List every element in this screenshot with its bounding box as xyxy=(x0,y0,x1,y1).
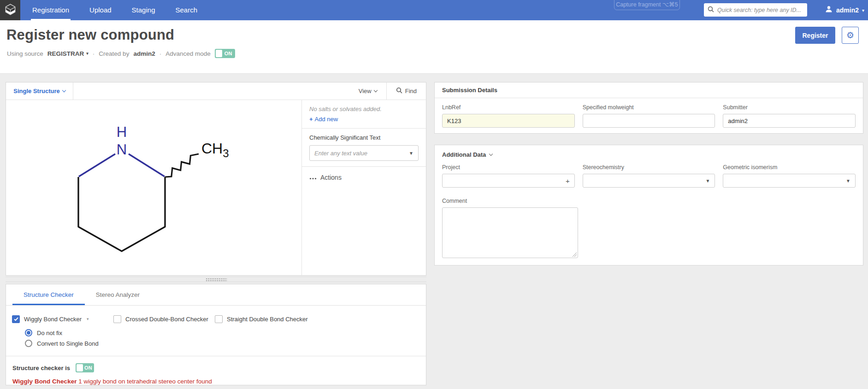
subtitle-bar: Using source REGISTRAR ▾ · Created by ad… xyxy=(7,49,235,58)
cst-input[interactable] xyxy=(314,150,409,157)
radio-unselected-icon[interactable] xyxy=(25,340,32,347)
nav-item-upload[interactable]: Upload xyxy=(88,0,113,20)
radio-dot xyxy=(27,331,30,335)
checkbox-unchecked-icon[interactable] xyxy=(215,315,223,323)
error-text: 1 wiggly bond on tetrahedral stereo cent… xyxy=(78,378,212,385)
gear-icon: ⚙ xyxy=(846,30,854,40)
search-icon xyxy=(708,6,714,14)
app-logo[interactable] xyxy=(0,0,20,20)
lnbref-input[interactable] xyxy=(442,114,575,128)
comment-block: Comment xyxy=(435,188,863,260)
atom-label-n: N xyxy=(117,141,127,158)
molecule-drawing: H N CH3 xyxy=(6,100,302,275)
salts-note: No salts or solvates added. xyxy=(309,106,419,112)
settings-button[interactable]: ⚙ xyxy=(842,27,859,44)
tab-stereo-analyzer[interactable]: Stereo Analyzer xyxy=(85,284,151,305)
field-stereochemistry: Stereochemistry ▼ xyxy=(583,164,715,188)
caret-down-icon: ▾ xyxy=(86,51,89,56)
quick-search-box xyxy=(704,3,807,17)
capture-fragment-overlay: Capture fragment ⌥⌘5 xyxy=(614,0,680,10)
add-salt-button[interactable]: + Add new xyxy=(309,116,338,123)
field-label: Submitter xyxy=(723,104,856,111)
page-header: Register new compound Using source REGIS… xyxy=(0,20,868,74)
nav-item-staging[interactable]: Staging xyxy=(130,0,157,20)
tab-structure-checker[interactable]: Structure Checker xyxy=(12,284,85,305)
toggle-state: ON xyxy=(84,363,92,372)
additional-data-panel: Additional Data Project + Stereochemistr… xyxy=(434,145,863,265)
find-button[interactable]: Find xyxy=(386,83,426,100)
submitter-input[interactable] xyxy=(723,114,856,128)
field-specified-molweight: Specified molweight xyxy=(583,104,715,128)
radio-convert-to-single-bond[interactable]: Convert to Single Bond xyxy=(25,340,426,347)
checkbox-wiggly-bond-checker[interactable]: Wiggly Bond Checker ▾ xyxy=(12,315,113,323)
nav-item-registration[interactable]: Registration xyxy=(31,0,71,20)
plus-icon: + xyxy=(309,116,313,123)
created-by-label: Created by xyxy=(99,50,129,57)
molecule-canvas[interactable]: H N CH3 xyxy=(6,100,302,275)
checkbox-straight-double-bond-checker[interactable]: Straight Double Bond Checker xyxy=(215,315,308,323)
header-spacer xyxy=(73,83,349,100)
geometric-isomerism-select[interactable]: ▼ xyxy=(723,174,856,188)
checkbox-unchecked-icon[interactable] xyxy=(113,315,121,323)
project-input[interactable]: + xyxy=(442,174,575,188)
actions-menu[interactable]: Actions xyxy=(309,172,419,181)
main-nav: Registration Upload Staging Search xyxy=(31,0,199,20)
salts-section: No salts or solvates added. + Add new xyxy=(302,100,426,128)
structure-mode-selector[interactable]: Single Structure xyxy=(6,83,73,100)
checkbox-label: Crossed Double-Bond Checker xyxy=(125,316,208,323)
search-icon xyxy=(396,87,402,95)
user-menu[interactable]: admin2 ▾ xyxy=(825,0,864,20)
add-new-label: Add new xyxy=(315,116,338,123)
nav-item-search[interactable]: Search xyxy=(174,0,199,20)
error-title: Wiggly Bond Checker xyxy=(12,378,77,385)
checkbox-checked-icon[interactable] xyxy=(12,315,20,323)
wiggly-bond xyxy=(165,154,199,177)
find-label: Find xyxy=(405,88,417,94)
field-label: LnbRef xyxy=(442,104,575,111)
structure-side-column: No salts or solvates added. + Add new Ch… xyxy=(302,100,426,275)
additional-fields: Project + Stereochemistry ▼ Geometric is… xyxy=(435,158,863,188)
methyl-label: CH3 xyxy=(201,140,229,159)
top-navbar: Registration Upload Staging Search Captu… xyxy=(0,0,868,20)
structure-checker-panel: Structure Checker Stereo Analyzer Wiggly… xyxy=(6,284,426,385)
toggle-state: ON xyxy=(224,49,232,58)
field-label: Project xyxy=(442,164,575,171)
page-title: Register new compound xyxy=(6,27,174,43)
quick-search-input[interactable] xyxy=(717,7,803,13)
checker-tabs: Structure Checker Stereo Analyzer xyxy=(6,284,426,306)
view-label: View xyxy=(359,88,372,94)
caret-down-icon[interactable]: ▾ xyxy=(87,317,89,321)
submission-details-panel: Submission Details LnbRef Specified molw… xyxy=(434,82,863,134)
source-dropdown[interactable]: REGISTRAR ▾ xyxy=(47,50,89,57)
plus-icon[interactable]: + xyxy=(566,177,570,185)
caret-down-icon[interactable]: ▼ xyxy=(409,151,413,156)
actions-label: Actions xyxy=(320,174,342,181)
checkbox-crossed-double-bond-checker[interactable]: Crossed Double-Bond Checker xyxy=(113,315,215,323)
radio-selected-icon[interactable] xyxy=(25,329,32,336)
cst-section: Chemically Significant Text ▼ xyxy=(302,128,426,166)
checker-status-label: Structure checker is xyxy=(12,365,70,371)
horizontal-splitter[interactable] xyxy=(6,277,426,282)
chevron-down-icon xyxy=(489,152,493,156)
checkbox-label: Straight Double Bond Checker xyxy=(227,316,308,323)
structure-checker-toggle[interactable]: ON xyxy=(76,363,94,372)
additional-data-header[interactable]: Additional Data xyxy=(435,145,863,158)
ellipsis-icon xyxy=(309,174,317,181)
separator-dot: · xyxy=(93,50,95,57)
radio-do-not-fix[interactable]: Do not fix xyxy=(25,329,426,336)
toggle-knob xyxy=(216,50,222,57)
chevron-down-icon xyxy=(62,88,65,92)
submission-fields: LnbRef Specified molweight Submitter xyxy=(435,98,863,128)
checker-status-row: Structure checker is ON xyxy=(12,363,426,372)
advanced-mode-toggle[interactable]: ON xyxy=(215,49,235,58)
comment-textarea[interactable] xyxy=(442,207,578,258)
specified-molweight-input[interactable] xyxy=(583,114,715,128)
splitter-grip-icon xyxy=(206,278,227,281)
view-menu[interactable]: View xyxy=(349,83,386,100)
stereochemistry-select[interactable]: ▼ xyxy=(583,174,715,188)
field-label: Specified molweight xyxy=(583,104,715,111)
register-button[interactable]: Register xyxy=(795,27,835,44)
chevron-down-icon: ▾ xyxy=(862,8,864,13)
field-submitter: Submitter xyxy=(723,104,856,128)
field-label: Stereochemistry xyxy=(583,164,715,171)
